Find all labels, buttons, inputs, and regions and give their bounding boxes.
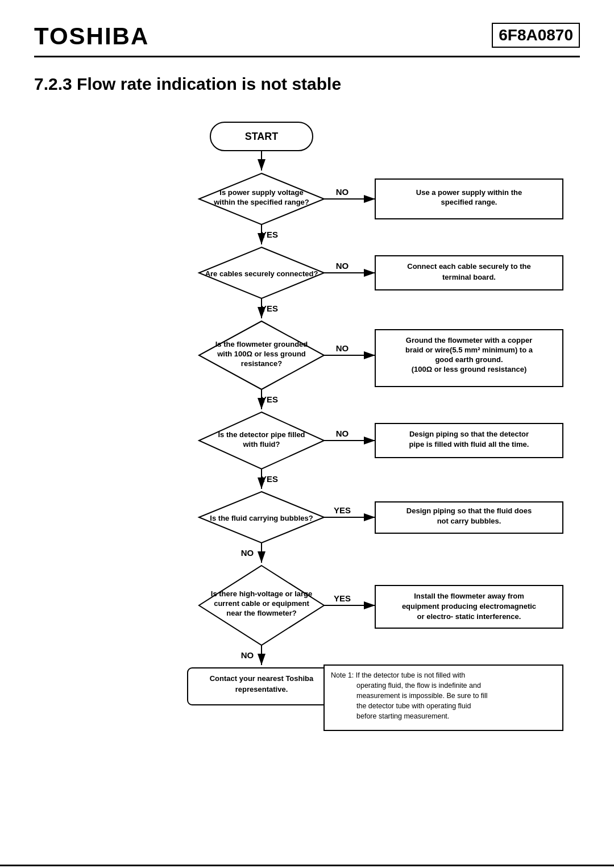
svg-text:Install the flowmeter away fro: Install the flowmeter away from	[414, 592, 524, 600]
svg-text:Design piping so that the flui: Design piping so that the fluid does	[406, 506, 532, 515]
svg-text:Design piping so that the dete: Design piping so that the detector	[409, 430, 529, 438]
svg-text:Use a power supply within the: Use a power supply within the	[416, 188, 522, 197]
svg-text:measurement is impossible. Be : measurement is impossible. Be sure to fi…	[356, 692, 488, 700]
page-footer: － 4 6 －	[0, 865, 614, 868]
svg-text:Is power supply voltage: Is power supply voltage	[219, 188, 303, 197]
svg-text:YES: YES	[261, 474, 278, 484]
svg-text:Contact your nearest Toshiba: Contact your nearest Toshiba	[210, 674, 314, 683]
svg-text:NO: NO	[336, 343, 349, 353]
svg-text:before starting measurement.: before starting measurement.	[356, 712, 449, 720]
svg-text:with 100Ω or less ground: with 100Ω or less ground	[217, 350, 306, 358]
svg-text:Is the fluid carrying bubbles?: Is the fluid carrying bubbles?	[210, 514, 313, 522]
svg-text:terminal board.: terminal board.	[442, 273, 496, 281]
svg-text:START: START	[245, 131, 279, 142]
svg-text:braid or wire(5.5 mm² minimum): braid or wire(5.5 mm² minimum) to a	[405, 346, 533, 354]
svg-text:NO: NO	[241, 650, 254, 660]
svg-text:NO: NO	[336, 261, 349, 271]
header: TOSHIBA 6F8A0870	[34, 23, 580, 57]
svg-text:not carry bubbles.: not carry bubbles.	[437, 517, 501, 525]
svg-text:NO: NO	[336, 187, 349, 197]
svg-text:within the specified range?: within the specified range?	[213, 198, 309, 206]
svg-text:operating fluid, the flow is i: operating fluid, the flow is indefinite …	[356, 682, 481, 690]
svg-text:Are cables securely connected?: Are cables securely connected?	[205, 269, 318, 278]
svg-text:with fluid?: with fluid?	[243, 440, 280, 448]
svg-text:current cable or equipment: current cable or equipment	[214, 599, 309, 608]
svg-text:NO: NO	[241, 548, 254, 558]
svg-text:Ground the flowmeter with a co: Ground the flowmeter with a copper	[406, 336, 532, 344]
svg-text:resistance?: resistance?	[241, 359, 282, 368]
flowchart-svg: START Is power supply voltage within the…	[34, 111, 580, 868]
svg-text:YES: YES	[261, 394, 278, 404]
toshiba-logo: TOSHIBA	[34, 23, 149, 50]
svg-text:Is there high-voltage or large: Is there high-voltage or large	[211, 589, 312, 598]
svg-text:specified range.: specified range.	[441, 198, 497, 206]
svg-text:Note 1:  If the detector tube : Note 1: If the detector tube is not fill…	[331, 671, 465, 679]
svg-text:equipment producing electromag: equipment producing electromagnetic	[402, 602, 536, 610]
svg-text:Is the detector pipe filled: Is the detector pipe filled	[218, 430, 305, 439]
svg-text:(100Ω or less ground resistanc: (100Ω or less ground resistance)	[412, 365, 527, 373]
svg-text:Connect each cable securely to: Connect each cable securely to the	[407, 262, 530, 271]
flowchart: START Is power supply voltage within the…	[34, 111, 580, 868]
doc-number: 6F8A0870	[492, 23, 580, 48]
svg-text:or electro- static interferenc: or electro- static interference.	[417, 612, 521, 621]
page: TOSHIBA 6F8A0870 7.2.3 Flow rate indicat…	[0, 0, 614, 868]
svg-text:YES: YES	[334, 505, 351, 515]
svg-text:good earth ground.: good earth ground.	[435, 355, 503, 364]
svg-text:YES: YES	[334, 593, 351, 603]
svg-text:representative.: representative.	[235, 685, 288, 693]
svg-text:YES: YES	[261, 230, 278, 239]
svg-text:YES: YES	[261, 304, 278, 313]
svg-text:pipe is filled with fluid all : pipe is filled with fluid all the time.	[409, 440, 529, 448]
svg-text:the detector tube with operati: the detector tube with operating fluid	[356, 702, 471, 710]
svg-text:near the flowmeter?: near the flowmeter?	[226, 609, 297, 617]
section-title: 7.2.3 Flow rate indication is not stable	[34, 74, 580, 94]
svg-text:NO: NO	[336, 429, 349, 438]
svg-text:Is the flowmeter grounded: Is the flowmeter grounded	[215, 340, 308, 348]
